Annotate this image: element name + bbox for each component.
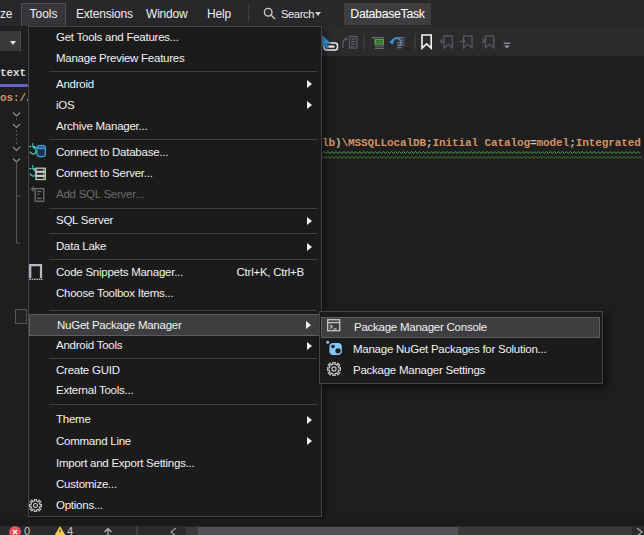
svg-text:4: 4: [67, 525, 73, 535]
svg-text:0: 0: [24, 525, 30, 535]
